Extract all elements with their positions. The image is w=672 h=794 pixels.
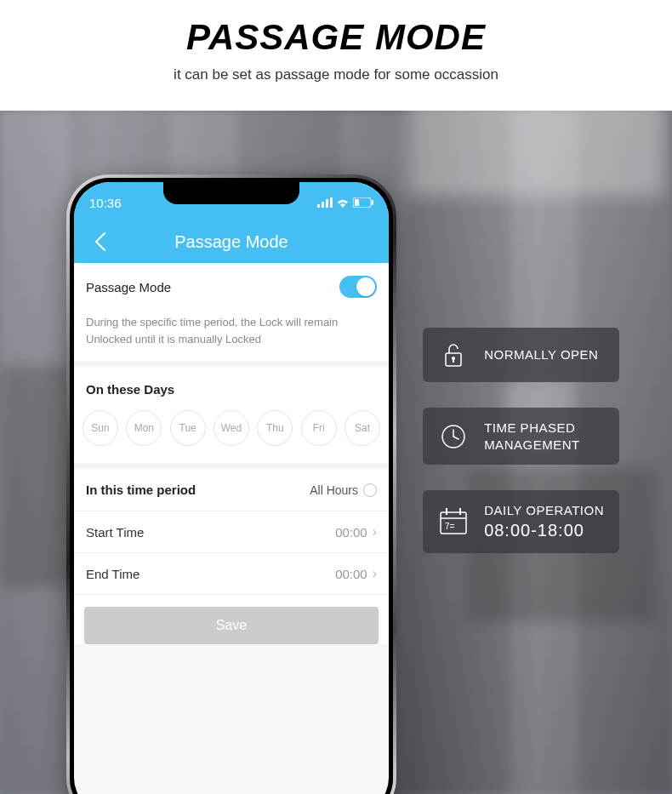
svg-rect-5 [372, 200, 373, 205]
passage-mode-toggle[interactable] [339, 276, 377, 298]
passage-mode-row: Passage Mode [74, 263, 389, 311]
days-row: Sun Mon Tue Wed Thu Fri Sat [74, 410, 389, 463]
hero-title: PASSAGE MODE [0, 17, 672, 58]
period-label: In this time period [86, 483, 196, 497]
day-thu[interactable]: Thu [257, 410, 293, 446]
clock-icon [438, 421, 469, 452]
svg-text:7=: 7= [445, 522, 455, 531]
callout-text: DAILY OPERATION08:00-18:00 [484, 502, 604, 541]
toggle-label: Passage Mode [86, 280, 171, 294]
save-button[interactable]: Save [84, 607, 379, 644]
callout-text: TIME PHASEDMANAGEMENT [484, 420, 580, 453]
divider [74, 463, 389, 469]
day-fri[interactable]: Fri [301, 410, 337, 446]
screen-title: Passage Mode [89, 232, 373, 252]
day-tue[interactable]: Tue [170, 410, 206, 446]
day-sun[interactable]: Sun [83, 410, 118, 446]
svg-rect-0 [317, 204, 320, 208]
svg-rect-13 [446, 508, 447, 515]
svg-rect-1 [322, 202, 324, 208]
description-text: During the specific time period, the Loc… [74, 311, 389, 361]
callout-normally-open: NORMALLY OPEN [423, 328, 619, 382]
chevron-right-icon: › [373, 566, 377, 581]
signal-icon [317, 197, 333, 208]
end-time-value: 00:00 [335, 567, 367, 581]
phone-screen: 10:36 Passage Mode [74, 182, 389, 794]
phone-frame: 10:36 Passage Mode [66, 174, 396, 794]
chevron-right-icon: › [373, 524, 377, 540]
start-time-label: Start Time [86, 525, 144, 540]
svg-rect-6 [355, 199, 359, 206]
day-sat[interactable]: Sat [345, 410, 380, 446]
callout-time-phased: TIME PHASEDMANAGEMENT [423, 408, 619, 465]
days-label: On these Days [74, 367, 389, 410]
radio-icon [363, 483, 377, 497]
calendar-icon: 7= [438, 506, 469, 537]
svg-rect-2 [326, 199, 328, 208]
end-time-row[interactable]: End Time 00:00› [74, 553, 389, 594]
unlock-icon [438, 340, 469, 370]
svg-rect-14 [459, 508, 461, 515]
status-time: 10:36 [89, 196, 122, 210]
callout-daily-operation: 7= DAILY OPERATION08:00-18:00 [423, 490, 619, 553]
feature-callouts: NORMALLY OPEN TIME PHASEDMANAGEMENT 7= D… [423, 328, 619, 553]
callout-text: NORMALLY OPEN [484, 346, 598, 363]
hero-section: PASSAGE MODE it can be set as passage mo… [0, 0, 672, 111]
end-time-label: End Time [86, 567, 140, 581]
background-image: 10:36 Passage Mode [0, 111, 672, 794]
wifi-icon [336, 197, 350, 208]
status-icons [317, 197, 373, 208]
phone-notch [163, 182, 299, 204]
day-mon[interactable]: Mon [126, 410, 162, 446]
start-time-value: 00:00 [335, 525, 367, 540]
start-time-row[interactable]: Start Time 00:00› [74, 511, 389, 552]
hero-subtitle: it can be set as passage mode for some o… [0, 66, 672, 83]
battery-icon [353, 197, 373, 208]
svg-rect-9 [453, 359, 454, 363]
all-hours-label: All Hours [310, 483, 358, 497]
svg-rect-3 [330, 197, 333, 208]
divider [74, 361, 389, 367]
all-hours-option[interactable]: All Hours [310, 483, 377, 497]
day-wed[interactable]: Wed [214, 410, 249, 446]
